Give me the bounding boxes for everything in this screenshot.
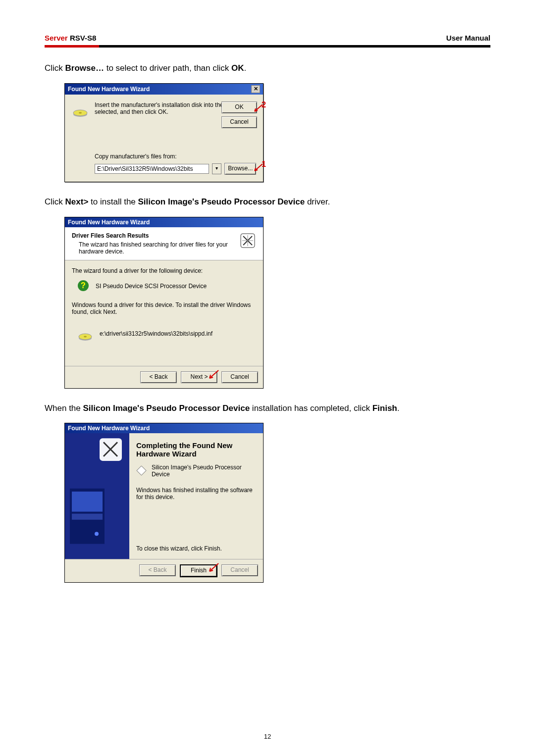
wizard-icon xyxy=(239,232,256,249)
ok-button[interactable]: OK xyxy=(221,101,257,113)
page-number: 12 xyxy=(0,733,535,740)
browse-button[interactable]: Browse... xyxy=(224,163,256,175)
svg-rect-13 xyxy=(72,514,103,520)
instr2-b1: Next> xyxy=(65,197,89,206)
dialog2-titlebar: Found New Hardware Wizard xyxy=(65,217,263,227)
instr2-b2: Silicon Image's Pseudo Processor Device xyxy=(138,197,305,206)
disc-icon xyxy=(72,101,89,118)
header-rule xyxy=(45,45,490,48)
instruction-1: Click Browse… to select to driver path, … xyxy=(45,62,490,74)
dialog3-title: Found New Hardware Wizard xyxy=(68,425,150,432)
instruction-2: Click Next> to install the Silicon Image… xyxy=(45,196,490,208)
dropdown-button[interactable]: ▾ xyxy=(212,163,221,174)
instr3-b2: Finish xyxy=(373,403,397,413)
instr2-mid: to install the xyxy=(88,197,138,206)
dialog3-buttons: < Back Finish Cancel xyxy=(65,559,263,582)
dialog2-title: Found New Hardware Wizard xyxy=(68,219,150,226)
callout-2: 2 xyxy=(262,101,266,109)
svg-point-2 xyxy=(79,112,82,113)
found-label: The wizard found a driver for the follow… xyxy=(72,267,256,274)
svg-rect-12 xyxy=(72,492,103,512)
dialog1-title: Found New Hardware Wizard xyxy=(68,86,150,93)
instr2-post: driver. xyxy=(305,197,330,206)
instr3-mid: installation has completed, click xyxy=(250,403,373,413)
back-button: < Back xyxy=(139,564,176,576)
dialog3-content: Completing the Found New Hardware Wizard… xyxy=(129,433,263,559)
finish-button[interactable]: Finish xyxy=(180,564,217,577)
page-header: Server RSV-S8 User Manual xyxy=(45,34,490,45)
brand-model: RSV-S8 xyxy=(68,34,97,42)
results-title: Driver Files Search Results xyxy=(72,232,239,239)
dialog-driver-results: Found New Hardware Wizard Driver Files S… xyxy=(64,217,264,389)
instr1-mid: to select to driver path, than click xyxy=(104,63,231,73)
callout-1: 1 xyxy=(262,160,266,169)
header-left: Server RSV-S8 xyxy=(45,34,96,42)
instr1-b1: Browse… xyxy=(65,63,104,73)
wizard-sidebar-art xyxy=(65,433,129,559)
instr1-pre: Click xyxy=(45,63,65,73)
cancel-button: Cancel xyxy=(221,564,258,576)
back-button[interactable]: < Back xyxy=(140,371,177,383)
close-instruction: To close this wizard, click Finish. xyxy=(136,545,222,552)
svg-point-8 xyxy=(84,336,87,337)
svg-marker-15 xyxy=(137,466,146,475)
header-right: User Manual xyxy=(446,34,490,42)
instr2-pre: Click xyxy=(45,197,65,206)
device-question-icon: ? xyxy=(77,279,90,294)
disc-icon xyxy=(77,325,94,342)
instr1-b2: OK xyxy=(231,63,244,73)
dialog2-buttons: < Back Next > Cancel xyxy=(65,366,263,388)
dialog2-subheader: Driver Files Search Results The wizard h… xyxy=(65,227,263,260)
instr3-pre: When the xyxy=(45,403,83,413)
svg-text:?: ? xyxy=(81,281,86,290)
cancel-button[interactable]: Cancel xyxy=(221,116,257,128)
manual-page: Server RSV-S8 User Manual Click Browse… … xyxy=(0,0,535,756)
done-msg: Windows has finished installing the soft… xyxy=(136,487,256,501)
inf-path: e:\driver\sii3132r5\windows\32bits\sippd… xyxy=(100,330,213,337)
instr3-post: . xyxy=(397,403,400,413)
close-icon[interactable]: ✕ xyxy=(251,85,260,93)
path-input[interactable] xyxy=(95,164,209,174)
device-name: SI Pseudo Device SCSI Processor Device xyxy=(96,283,207,290)
device-name: Silicon Image's Pseudo Processor Device xyxy=(152,464,256,478)
dialog1-titlebar: Found New Hardware Wizard ✕ xyxy=(65,84,263,95)
dialog1-body: Insert the manufacturer's installation d… xyxy=(65,95,263,182)
copy-from-label: Copy manufacturer's files from: xyxy=(95,153,256,160)
instruction-3: When the Silicon Image's Pseudo Processo… xyxy=(45,403,490,414)
brand-prefix: Server xyxy=(45,34,68,42)
device-diamond-icon xyxy=(136,465,147,476)
cancel-button[interactable]: Cancel xyxy=(221,371,258,383)
dialog2-content: The wizard found a driver for the follow… xyxy=(65,260,263,366)
instr3-b1: Silicon Image's Pseudo Processor Device xyxy=(83,403,250,413)
next-button[interactable]: Next > xyxy=(181,371,217,383)
svg-point-14 xyxy=(95,532,99,536)
found-driver-msg: Windows found a driver for this device. … xyxy=(72,302,256,315)
dialog3-titlebar: Found New Hardware Wizard xyxy=(65,423,263,433)
dialog-insert-disk: Found New Hardware Wizard ✕ Insert the m… xyxy=(64,83,264,182)
instr1-post: . xyxy=(244,63,247,73)
results-subtitle: The wizard has finished searching for dr… xyxy=(79,241,239,255)
completing-heading: Completing the Found New Hardware Wizard xyxy=(136,441,256,458)
dialog-completing-wizard: Found New Hardware Wizard Completing the… xyxy=(64,423,264,583)
